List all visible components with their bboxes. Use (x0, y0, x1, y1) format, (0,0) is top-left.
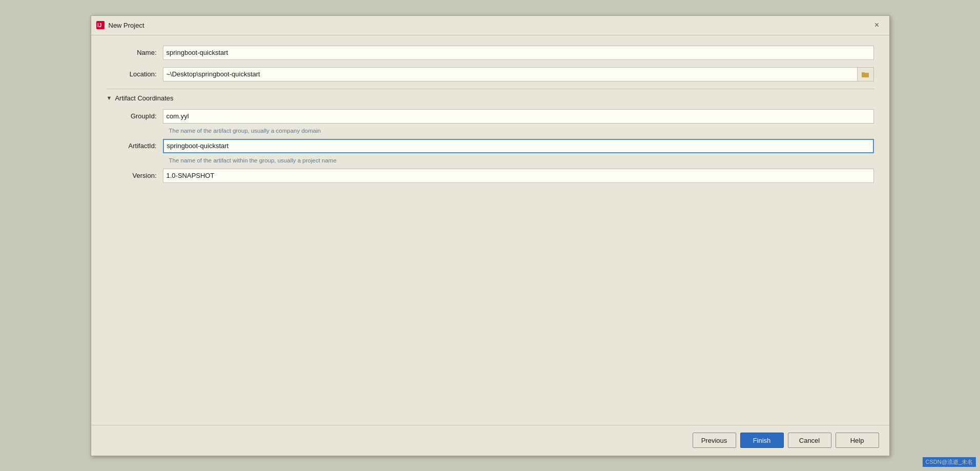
location-label: Location: (107, 70, 163, 78)
name-label: Name: (107, 49, 163, 56)
location-row: Location: (107, 67, 874, 81)
finish-button[interactable]: Finish (740, 433, 784, 448)
title-bar-left: IJ New Project (96, 21, 144, 29)
artifactid-row: ArtifactId: (107, 139, 874, 153)
previous-button[interactable]: Previous (693, 433, 736, 448)
dialog-body: Name: Location: ▼ Artifact Coordinate (91, 35, 889, 425)
location-input-group (163, 67, 874, 81)
title-bar: IJ New Project × (91, 16, 889, 35)
dialog-title: New Project (109, 22, 144, 29)
section-divider (107, 89, 874, 89)
version-row: Version: (107, 169, 874, 183)
artifactid-hint: The name of the artifact within the grou… (169, 157, 874, 163)
name-row: Name: (107, 46, 874, 60)
close-button[interactable]: × (870, 18, 884, 32)
watermark: CSDN@流逝_未名 (923, 457, 976, 467)
location-input[interactable] (163, 67, 858, 81)
dialog-footer: Previous Finish Cancel Help (91, 425, 889, 456)
browse-button[interactable] (858, 67, 874, 81)
svg-rect-3 (862, 72, 865, 74)
svg-text:IJ: IJ (97, 23, 101, 28)
groupid-label: GroupId: (107, 112, 163, 120)
groupid-input[interactable] (163, 109, 874, 124)
artifact-section-header[interactable]: ▼ Artifact Coordinates (107, 94, 874, 102)
groupid-row: GroupId: (107, 109, 874, 124)
new-project-dialog: IJ New Project × Name: Location: (91, 15, 890, 456)
version-label: Version: (107, 172, 163, 179)
cancel-button[interactable]: Cancel (788, 433, 831, 448)
name-input[interactable] (163, 46, 874, 60)
artifact-section: ▼ Artifact Coordinates GroupId: The name… (107, 94, 874, 183)
help-button[interactable]: Help (836, 433, 879, 448)
chevron-down-icon: ▼ (107, 95, 112, 101)
artifactid-label: ArtifactId: (107, 142, 163, 150)
artifact-section-title: Artifact Coordinates (115, 94, 173, 102)
groupid-hint: The name of the artifact group, usually … (169, 128, 874, 134)
version-input[interactable] (163, 169, 874, 183)
folder-icon (862, 71, 869, 77)
artifactid-input[interactable] (163, 139, 874, 153)
app-icon: IJ (96, 21, 105, 29)
